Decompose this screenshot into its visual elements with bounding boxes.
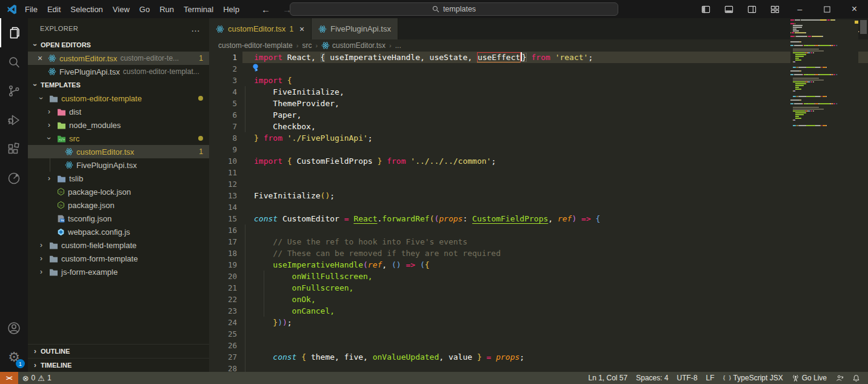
- code-line-24[interactable]: 24 }));: [209, 317, 868, 328]
- status-feedback[interactable]: [831, 372, 848, 384]
- code-line-28[interactable]: 28: [209, 363, 868, 372]
- activitybar-extension-tool[interactable]: [0, 164, 28, 193]
- code-line-6[interactable]: 6 Paper,: [209, 109, 868, 121]
- code-line-11[interactable]: 11: [209, 167, 868, 178]
- problems-status[interactable]: ⊗ 0 ⚠ 1: [18, 372, 56, 384]
- breadcrumb-item[interactable]: ...: [395, 41, 401, 50]
- code-line-23[interactable]: 23 onCancel,: [209, 305, 868, 317]
- explorer-actions-button[interactable]: …: [191, 23, 201, 33]
- tab-customEditor.tsx[interactable]: customEditor.tsx1×: [209, 18, 312, 39]
- scrollbar-slider[interactable]: [860, 20, 867, 34]
- open-editor-FivePluginApi.tsx[interactable]: FivePluginApi.tsxcustom-editor-templat..…: [28, 65, 209, 78]
- activitybar-accounts[interactable]: [0, 314, 28, 343]
- menu-go[interactable]: Go: [135, 3, 155, 16]
- code-editor[interactable]: 1import React, { useImperativeHandle, us…: [209, 52, 868, 372]
- tree-label: dist: [69, 107, 81, 116]
- tree-item-tslib[interactable]: ›tslib: [28, 172, 209, 185]
- status-go-live[interactable]: Go Live: [787, 372, 831, 384]
- activitybar-run-debug[interactable]: [0, 106, 28, 135]
- close-icon[interactable]: ×: [299, 24, 304, 34]
- tree-item-custom-field-template[interactable]: ›custom-field-template: [28, 238, 209, 252]
- code-line-15[interactable]: 15const CustomEditor = React.forwardRef(…: [209, 213, 868, 224]
- status-language-mode[interactable]: { }TypeScript JSX: [719, 372, 787, 384]
- code-line-5[interactable]: 5 ThemeProvider,: [209, 98, 868, 109]
- status-notifications[interactable]: [848, 372, 864, 384]
- code-line-20[interactable]: 20 onWillFullscreen,: [209, 271, 868, 282]
- code-line-16[interactable]: 16: [209, 224, 868, 236]
- activitybar-search[interactable]: [0, 47, 28, 76]
- activitybar-extensions[interactable]: [0, 135, 28, 164]
- activitybar-explorer[interactable]: [0, 18, 28, 47]
- toggle-secondary-sidebar-button[interactable]: [740, 0, 763, 18]
- tab-FivePluginApi.tsx[interactable]: FivePluginApi.tsx: [312, 18, 398, 39]
- open-editor-customEditor.tsx[interactable]: ×customEditor.tsxcustom-editor-te...1: [28, 52, 209, 65]
- code-line-12[interactable]: 12: [209, 178, 868, 190]
- status-cursor-position[interactable]: Ln 1, Col 57: [584, 372, 632, 384]
- section-templates[interactable]: › TEMPLATES: [28, 78, 209, 92]
- tree-item-customEditor.tsx[interactable]: customEditor.tsx1: [28, 145, 209, 158]
- section-outline[interactable]: › OUTLINE: [28, 344, 209, 358]
- tree-item-package-lock.json[interactable]: jspackage-lock.json: [28, 185, 209, 198]
- breadcrumb-item[interactable]: custom-editor-template: [218, 41, 293, 50]
- menu-file[interactable]: File: [20, 3, 42, 16]
- code-line-27[interactable]: 27 const { theme, five, onValueUpdated, …: [209, 351, 868, 363]
- tree-item-FivePluginApi.tsx[interactable]: FivePluginApi.tsx: [28, 158, 209, 172]
- code-line-22[interactable]: 22 onOk,: [209, 294, 868, 305]
- command-center-search[interactable]: templates: [290, 2, 618, 16]
- tree-item-tsconfig.json[interactable]: TStsconfig.json: [28, 212, 209, 225]
- code-line-14[interactable]: 14: [209, 201, 868, 213]
- code-line-1[interactable]: 1import React, { useImperativeHandle, us…: [209, 52, 868, 63]
- tree-item-custom-editor-template[interactable]: ›custom-editor-template: [28, 92, 209, 105]
- code-line-10[interactable]: 10import { CustomFieldProps } from '../.…: [209, 155, 868, 167]
- status-indentation[interactable]: Spaces: 4: [632, 372, 672, 384]
- section-timeline[interactable]: › TIMELINE: [28, 358, 209, 372]
- customize-layout-button[interactable]: [763, 0, 786, 18]
- tree-item-package.json[interactable]: jspackage.json: [28, 198, 209, 212]
- maximize-button[interactable]: [813, 0, 841, 18]
- tree-item-dist[interactable]: ›dist: [28, 105, 209, 118]
- tree-item-src[interactable]: ›</>src: [28, 132, 209, 145]
- code-line-3[interactable]: 3import {: [209, 75, 868, 86]
- remote-indicator[interactable]: ><: [0, 372, 18, 384]
- menu-help[interactable]: Help: [218, 3, 244, 16]
- status-eol[interactable]: LF: [702, 372, 719, 384]
- breadcrumb-item[interactable]: src: [302, 41, 312, 50]
- activitybar-settings[interactable]: ⚙1: [0, 343, 28, 372]
- menu-selection[interactable]: Selection: [65, 3, 107, 16]
- section-open-editors[interactable]: › OPEN EDITORS: [28, 38, 209, 52]
- status-encoding[interactable]: UTF-8: [673, 372, 702, 384]
- minimap[interactable]: [790, 19, 858, 372]
- breadcrumb-item[interactable]: customEditor.tsx: [321, 41, 386, 50]
- code-line-9[interactable]: 9: [209, 144, 868, 155]
- code-line-25[interactable]: 25: [209, 328, 868, 340]
- tree-item-custom-form-template[interactable]: ›custom-form-template: [28, 252, 209, 265]
- code-line-7[interactable]: 7 Checkbox,: [209, 121, 868, 132]
- close-icon[interactable]: ×: [35, 53, 45, 63]
- menu-terminal[interactable]: Terminal: [179, 3, 218, 16]
- activitybar-source-control[interactable]: [0, 76, 28, 106]
- menu-view[interactable]: View: [108, 3, 135, 16]
- toggle-panel-button[interactable]: [717, 0, 740, 18]
- tree-item-js-form-example[interactable]: ›js-form-example: [28, 265, 209, 278]
- menu-edit[interactable]: Edit: [42, 3, 65, 16]
- minimize-button[interactable]: –: [786, 0, 813, 18]
- close-button[interactable]: ×: [841, 0, 868, 18]
- tree-item-node_modules[interactable]: ›node_modules: [28, 118, 209, 132]
- minimap-line: [790, 76, 858, 77]
- code-line-2[interactable]: 2: [209, 63, 868, 75]
- code-line-17[interactable]: 17 // Use the ref to hook into Five's ev…: [209, 236, 868, 248]
- code-line-26[interactable]: 26: [209, 340, 868, 351]
- editor-scrollbar[interactable]: [858, 18, 868, 372]
- code-line-8[interactable]: 8} from './FivePluginApi';: [209, 132, 868, 144]
- code-line-19[interactable]: 19 useImperativeHandle(ref, () => ({: [209, 259, 868, 271]
- menu-run[interactable]: Run: [155, 3, 179, 16]
- nav-back-arrow[interactable]: ←: [261, 4, 270, 15]
- tree-item-webpack.config.js[interactable]: webpack.config.js: [28, 225, 209, 238]
- code-line-13[interactable]: 13FiveInitialize();: [209, 190, 868, 201]
- code-line-18[interactable]: 18 // These can be removed if they are n…: [209, 248, 868, 259]
- quick-fix-lightbulb-icon[interactable]: [252, 63, 259, 72]
- toggle-sidebar-button[interactable]: [694, 0, 717, 18]
- code-line-21[interactable]: 21 onFullscreen,: [209, 282, 868, 294]
- line-number: 18: [209, 248, 242, 259]
- code-line-4[interactable]: 4 FiveInitialize,: [209, 86, 868, 98]
